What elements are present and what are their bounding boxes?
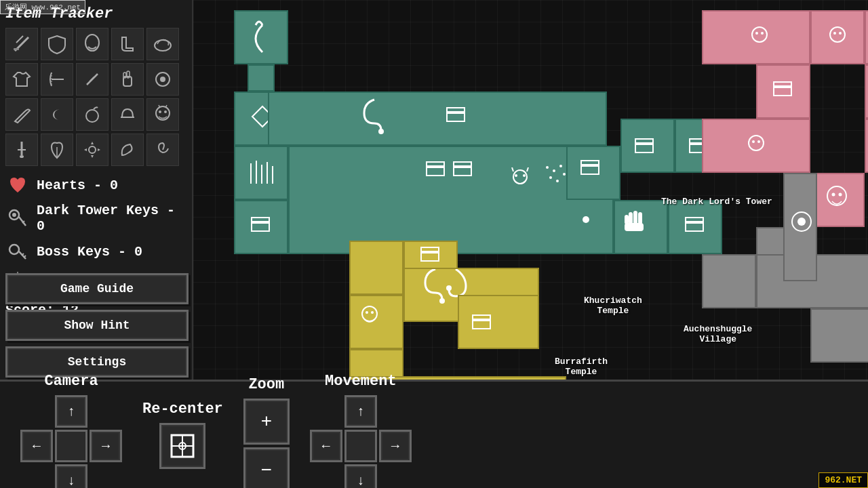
game-guide-button[interactable]: Game Guide — [5, 273, 189, 304]
svg-point-91 — [839, 32, 842, 35]
move-right-button[interactable]: → — [379, 430, 412, 462]
room-yellow-1 — [349, 241, 403, 295]
svg-rect-2 — [14, 48, 19, 50]
item-shield[interactable] — [41, 28, 73, 60]
room-yellow-right — [458, 295, 539, 349]
boss-keys-label: Boss Keys - 0 — [37, 244, 142, 260]
item-boots[interactable] — [111, 28, 144, 60]
svg-point-25 — [12, 213, 16, 217]
item-rock[interactable] — [146, 28, 179, 60]
room-teal-3 — [234, 146, 288, 200]
camera-down-button[interactable]: ↓ — [55, 464, 87, 488]
svg-point-89 — [830, 27, 845, 42]
svg-line-7 — [87, 74, 98, 85]
room-pink-hand — [865, 119, 868, 173]
svg-point-18 — [164, 110, 167, 113]
item-leaf[interactable] — [41, 134, 73, 166]
button-group: Game Guide Show Hint Settings — [5, 273, 189, 383]
stat-hearts: Hearts - 0 — [5, 173, 186, 197]
svg-point-21 — [20, 155, 24, 158]
item-shirt[interactable] — [5, 63, 38, 96]
item-gear[interactable] — [76, 134, 108, 166]
camera-up-button[interactable]: ↑ — [55, 395, 87, 428]
room-teal-r1 — [566, 146, 620, 200]
svg-point-87 — [755, 32, 758, 35]
move-up-button[interactable]: ↑ — [344, 395, 377, 428]
item-grid — [5, 28, 186, 166]
item-sword2[interactable] — [5, 134, 38, 166]
item-glove[interactable] — [111, 63, 144, 96]
show-hint-button[interactable]: Show Hint — [5, 310, 189, 341]
item-face[interactable] — [146, 98, 179, 131]
svg-point-52 — [563, 173, 566, 176]
svg-point-44 — [515, 174, 517, 177]
auchenshuggle-label: AuchenshuggleVillage — [684, 324, 752, 344]
movement-label: Movement — [325, 373, 397, 390]
svg-point-100 — [752, 140, 755, 143]
svg-rect-71 — [625, 215, 629, 224]
item-helm[interactable] — [111, 98, 144, 131]
camera-label: Camera — [44, 373, 98, 390]
zoom-out-button[interactable]: − — [243, 447, 290, 488]
svg-rect-72 — [625, 223, 644, 231]
svg-point-13 — [160, 77, 165, 82]
svg-point-78 — [439, 298, 445, 304]
item-dagger[interactable] — [76, 63, 108, 96]
item-moon[interactable] — [41, 98, 73, 131]
room-teal-4 — [234, 200, 288, 254]
dark-tower-key-icon — [5, 206, 30, 230]
room-pink-6 — [702, 119, 810, 173]
room-teal-1 — [234, 10, 288, 64]
svg-point-28 — [9, 245, 19, 254]
watermark-top: 乐游网 www.962.net — [0, 0, 85, 14]
movement-section: Movement ↑ ← → ↓ — [310, 373, 412, 488]
move-down-button[interactable]: ↓ — [344, 464, 377, 488]
room-pink-1 — [702, 10, 810, 64]
control-bar: Camera ↑ ← → ↓ Re-center Zoom + − Moveme… — [0, 380, 868, 488]
watermark-bottom-right: 962.NET — [818, 472, 868, 488]
svg-point-99 — [749, 136, 764, 150]
room-teal-r2 — [620, 119, 675, 173]
svg-point-59 — [583, 216, 589, 223]
camera-left-button[interactable]: ← — [20, 430, 53, 462]
zoom-section: Zoom + − — [243, 376, 290, 488]
item-orb[interactable] — [146, 63, 179, 96]
room-teal-6 — [668, 200, 722, 254]
camera-right-button[interactable]: → — [90, 430, 122, 462]
item-bomb[interactable] — [76, 98, 108, 131]
recenter-button[interactable] — [159, 423, 205, 469]
svg-point-14 — [86, 110, 98, 122]
stat-boss-keys: Boss Keys - 0 — [5, 239, 186, 264]
svg-point-103 — [832, 193, 835, 197]
room-pink-5 — [865, 64, 868, 119]
room-pink-7 — [810, 173, 865, 227]
item-swirl[interactable] — [146, 134, 179, 166]
stat-dark-tower-keys: Dark Tower Keys - 0 — [5, 203, 186, 234]
move-left-button[interactable]: ← — [310, 430, 342, 462]
dark-tower-keys-label: Dark Tower Keys - 0 — [37, 203, 186, 234]
room-teal-5 — [614, 200, 668, 254]
item-bow[interactable] — [41, 63, 73, 96]
item-sword[interactable] — [5, 28, 38, 60]
item-mask[interactable] — [76, 28, 108, 60]
svg-point-34 — [378, 129, 384, 134]
svg-point-90 — [833, 32, 836, 35]
svg-line-1 — [16, 36, 23, 43]
room-pink-4 — [756, 64, 810, 119]
svg-point-88 — [761, 32, 764, 35]
item-boomerang[interactable] — [111, 134, 144, 166]
svg-point-50 — [559, 165, 562, 167]
svg-point-53 — [556, 180, 559, 182]
movement-dpad: ↑ ← → ↓ — [310, 395, 412, 488]
room-connector-1 — [248, 64, 275, 92]
svg-point-101 — [757, 140, 760, 143]
recenter-section: Re-center — [142, 401, 223, 469]
khucriwatch-label: KhucriwatchTemple — [584, 296, 642, 316]
svg-point-49 — [553, 169, 555, 172]
item-pick[interactable] — [5, 98, 38, 131]
zoom-in-button[interactable]: + — [243, 399, 290, 445]
room-yellow-2 — [349, 295, 403, 349]
room-teal-wide — [268, 92, 607, 146]
room-teal-center — [288, 146, 614, 254]
svg-point-23 — [89, 146, 96, 153]
